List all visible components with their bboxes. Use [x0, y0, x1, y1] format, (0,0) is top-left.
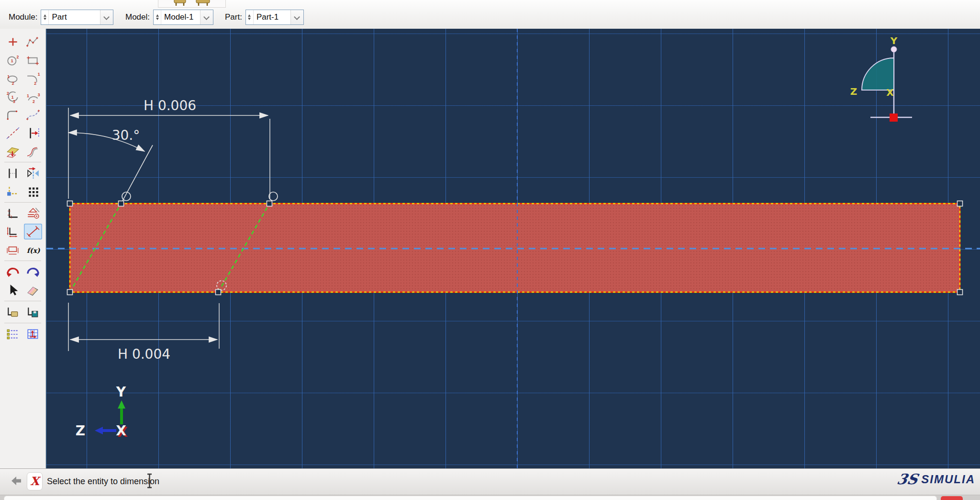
auto-dimension-tool[interactable]: [4, 224, 22, 239]
sketcher-tool-palette: 12 12 12 123: [0, 29, 46, 468]
mirror-tool[interactable]: [24, 165, 42, 181]
project-edges-tool[interactable]: [24, 125, 42, 141]
cancel-procedure-button[interactable]: X: [27, 472, 43, 490]
dimension-angle[interactable]: 30.°: [68, 127, 145, 151]
model-select[interactable]: Model-1: [153, 10, 213, 25]
part-select[interactable]: Part-1: [245, 10, 304, 25]
cursor-icon: [5, 284, 21, 297]
svg-text:1: 1: [11, 58, 13, 63]
dimension-label-bottom[interactable]: H 0.004: [118, 346, 170, 362]
svg-text:f(x): f(x): [27, 247, 40, 254]
add-parameter-tool[interactable]: f(x): [24, 242, 42, 258]
circle-tool[interactable]: 12: [4, 52, 22, 68]
clipped-tool-icon[interactable]: [172, 0, 189, 6]
angled-line-extension: [121, 145, 153, 204]
edit-dimension-tool[interactable]: [4, 242, 22, 258]
redo-button[interactable]: [24, 264, 42, 280]
construction-line-tool[interactable]: [4, 125, 22, 141]
sketch-solid-icon: [5, 145, 21, 158]
dimension-label-angle[interactable]: 30.°: [112, 127, 140, 143]
previous-step-button[interactable]: [10, 475, 25, 488]
clipped-tool-icon[interactable]: [195, 0, 212, 6]
select-tool[interactable]: [4, 282, 22, 298]
clipped-field[interactable]: [4, 496, 937, 500]
offset-curves-tool[interactable]: [24, 143, 42, 159]
dimension-label-top[interactable]: H 0.006: [144, 98, 196, 114]
center-arc-icon: 123: [5, 90, 21, 103]
save-sketch-button[interactable]: [24, 304, 42, 320]
simulia-logo: 3S SIMULIA: [897, 471, 975, 488]
sketch-overlay: H 0.006 30.° H 0.004: [46, 29, 980, 468]
model-spinner[interactable]: [154, 10, 161, 24]
chevron-down-icon[interactable]: [200, 10, 213, 24]
fillet-tool[interactable]: [4, 107, 22, 123]
customize-grid-button[interactable]: [24, 326, 42, 342]
connected-lines-tool[interactable]: [24, 34, 42, 50]
sketch-viewport[interactable]: H 0.006 30.° H 0.004: [46, 29, 980, 468]
paste-sketch-button[interactable]: [4, 304, 22, 320]
edit-dimension-icon: [5, 243, 21, 257]
sketch-solid-tool[interactable]: [4, 143, 22, 159]
rectangle-icon: [25, 54, 41, 67]
undo-icon: [5, 265, 21, 279]
save-sketch-icon: [25, 306, 41, 319]
point-icon: [5, 35, 21, 49]
eraser-icon: [25, 284, 41, 297]
part-label: Part:: [225, 12, 242, 22]
three-point-arc-tool[interactable]: 132: [24, 89, 42, 104]
svg-text:2: 2: [11, 80, 14, 85]
edit-geometry-tool[interactable]: [4, 205, 22, 221]
grid-settings-icon: [25, 328, 41, 341]
circle-icon: 12: [5, 54, 21, 67]
svg-text:2: 2: [34, 80, 36, 85]
back-arrow-icon: [10, 475, 24, 487]
fillet-icon: [5, 108, 21, 122]
clipped-red-button[interactable]: [941, 496, 963, 500]
auto-dimension-icon: [5, 225, 21, 239]
project-edges-icon: [25, 126, 41, 140]
add-constraint-icon: [25, 207, 41, 220]
module-select[interactable]: Part: [41, 10, 113, 25]
pattern-icon: [25, 185, 41, 198]
pattern-tool[interactable]: [24, 183, 42, 199]
delete-tool[interactable]: [24, 282, 42, 298]
spline-icon: [25, 108, 41, 122]
triad-z-label: Z: [76, 423, 85, 439]
add-parameter-icon: f(x): [25, 243, 41, 257]
origin-marker: [890, 114, 898, 122]
options-list-icon: [5, 328, 21, 341]
abaqus-cae-window: Module: Part Model: Model-1 Part: Part-1: [0, 0, 980, 500]
clipped-toolbar-panel: [158, 0, 226, 8]
module-spinner[interactable]: [41, 10, 49, 24]
point-tool[interactable]: [4, 34, 22, 50]
ellipse-tool[interactable]: 12: [4, 70, 22, 86]
dimension-top[interactable]: H 0.006: [68, 98, 270, 199]
model-label: Model:: [125, 12, 150, 22]
spline-tool[interactable]: [24, 107, 42, 123]
redo-icon: [25, 265, 41, 279]
trim-extend-tool[interactable]: [4, 165, 22, 181]
tangent-arc-tool[interactable]: 12: [24, 70, 42, 86]
edit-geometry-icon: [5, 207, 21, 220]
add-constraint-tool[interactable]: [24, 205, 42, 221]
drag-entities-tool[interactable]: [4, 183, 22, 199]
prompt-bar: X Select the entity to dimension 3S SIMU…: [0, 468, 980, 500]
part-spinner[interactable]: [246, 10, 254, 24]
svg-text:1: 1: [7, 74, 10, 79]
coordinate-triad: Y Z X X: [76, 384, 128, 440]
rectangle-tool[interactable]: [24, 52, 42, 68]
undo-button[interactable]: [4, 264, 22, 280]
svg-text:1: 1: [27, 93, 29, 98]
part-value: Part-1: [254, 12, 290, 22]
chevron-down-icon[interactable]: [290, 10, 303, 24]
mirror-icon: [25, 167, 41, 180]
sketcher-options-button[interactable]: [4, 326, 22, 342]
sketch-profile[interactable]: [70, 204, 960, 292]
dimension-bottom[interactable]: H 0.004: [68, 303, 219, 362]
context-toolbar: Module: Part Model: Model-1 Part: Part-1: [0, 0, 980, 29]
svg-text:2: 2: [16, 54, 19, 59]
orientation-x-label: X: [886, 87, 894, 98]
add-dimension-tool[interactable]: [24, 224, 42, 239]
center-arc-tool[interactable]: 123: [4, 89, 22, 104]
chevron-down-icon[interactable]: [100, 10, 113, 24]
